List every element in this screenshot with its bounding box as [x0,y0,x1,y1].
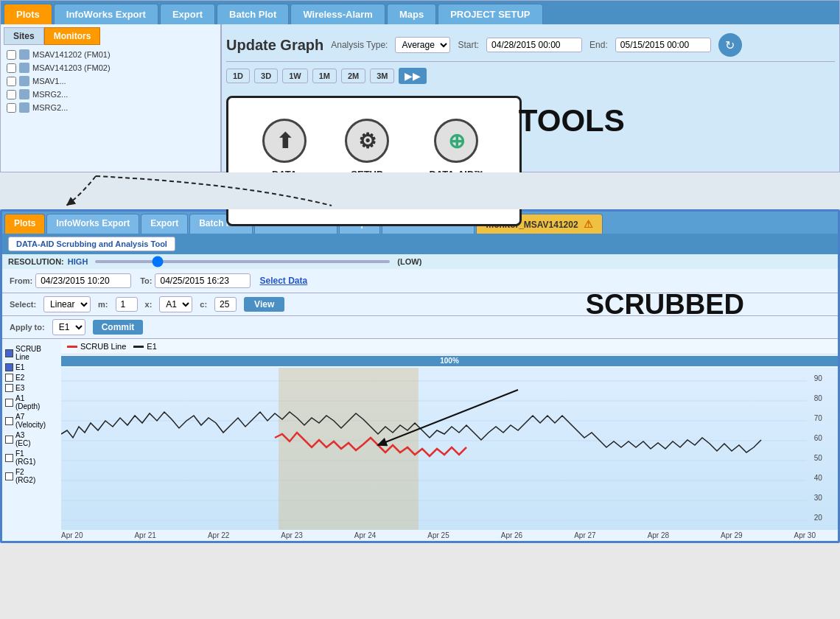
commit-button[interactable]: Commit [93,320,144,335]
e3-checkbox[interactable] [5,384,13,392]
list-item[interactable]: MSRG2... [4,88,217,101]
e2-checkbox[interactable] [5,374,13,382]
legend-f2-label: F2(RG2) [15,468,35,484]
start-date-input[interactable] [486,38,582,52]
time-btn-1w[interactable]: 1W [282,69,308,83]
legend-a3[interactable]: A3(EC) [5,431,58,447]
site-icon [19,49,29,60]
site-name: MSAV141203 (FM02) [32,63,111,72]
series-scrub: SCRUB Line [67,342,126,351]
site-checkbox[interactable] [7,63,16,73]
view-button[interactable]: View [244,297,284,312]
site-checkbox[interactable] [7,50,16,60]
legend-a1-label: A1(Depth) [15,394,40,410]
tab-maps[interactable]: Maps [387,4,436,24]
tab-projectsetup[interactable]: PROJECT SETUP [438,4,542,24]
resolution-slider[interactable] [95,260,390,263]
update-graph-bar: Update Graph Analysis Type: Average Star… [226,29,835,62]
analysis-type-select[interactable]: Average [395,37,450,53]
a1-checkbox[interactable] [5,399,13,407]
tab-wireless[interactable]: Wireless-Alarm [290,4,385,24]
tab-sites[interactable]: Sites [4,27,44,45]
m-input[interactable] [116,297,138,312]
site-name: MSAV1... [32,77,66,85]
legend-e3-label: E3 [15,384,24,392]
progress-label: 100% [440,356,459,366]
top-content: Sites Monitors MSAV141202 (FM01) MSAV141… [1,24,839,172]
time-btn-3d[interactable]: 3D [254,69,278,83]
c-input[interactable] [214,297,237,312]
tab-plots[interactable]: Plots [4,4,52,24]
legend-e1[interactable]: E1 [5,363,58,371]
x-label-5: Apr 25 [427,531,449,539]
site-checkbox[interactable] [7,77,16,86]
list-item[interactable]: MSAV141203 (FM02) [4,61,217,74]
list-item[interactable]: MSRG2... [4,101,217,114]
site-checkbox[interactable] [7,90,16,99]
select-row: Select: Linear m: x: A1 c: View SCRUBBED [2,293,838,316]
legend-f2[interactable]: F2(RG2) [5,468,58,484]
start-label: Start: [458,40,479,50]
tab-batchplot[interactable]: Batch Plot [217,4,289,24]
to-date-input[interactable] [155,273,251,288]
x-label: x: [145,300,153,309]
tab-export[interactable]: Export [160,4,215,24]
time-btn-3m[interactable]: 3M [370,69,394,83]
to-group: To: [140,273,251,288]
legend-f1-label: F1(RG1) [15,450,35,466]
apply-to-label: Apply to: [10,323,45,332]
legend-e2[interactable]: E2 [5,374,58,382]
c-label: c: [200,300,207,309]
apply-to-select[interactable]: E1 [52,319,85,335]
legend-a1[interactable]: A1(Depth) [5,394,58,410]
site-icon [19,63,29,73]
scrub-series-label: SCRUB Line [80,342,126,351]
legend-a7-label: A7(Velocity) [15,413,46,429]
legend-a7[interactable]: A7(Velocity) [5,413,58,429]
top-panel: Plots InfoWorks Export Export Batch Plot… [0,0,840,172]
chart-container[interactable]: 90 80 70 60 50 40 30 20 [61,368,838,541]
forward-arrow-btn[interactable]: ▶▶ [399,68,427,84]
site-icon [19,102,29,113]
time-btn-1d[interactable]: 1D [226,69,250,83]
x-label-1: Apr 21 [134,531,155,539]
tab-monitors[interactable]: Monitors [44,27,101,45]
from-date-input[interactable] [35,273,131,288]
e1-checkbox[interactable] [5,363,13,371]
f1-checkbox[interactable] [5,454,13,462]
site-list: MSAV141202 (FM01) MSAV141203 (FM02) MSAV… [4,48,217,114]
data-aid-tool-btn[interactable]: DATA-AID Scrubbing and Analysis Tool [8,237,175,251]
dashed-arrow-svg [22,172,464,209]
refresh-button[interactable]: ↻ [718,33,742,57]
svg-text:70: 70 [814,414,823,422]
legend-e3[interactable]: E3 [5,384,58,392]
bottom-tab-export[interactable]: Export [141,214,188,234]
legend-scrub[interactable]: SCRUBLine [5,345,58,361]
a7-checkbox[interactable] [5,417,13,425]
time-btn-2m[interactable]: 2M [341,69,365,83]
select-data-label[interactable]: Select Data [259,276,307,286]
time-nav: 1D 3D 1W 1M 2M 3M ▶▶ [226,62,835,90]
analysis-label: Analysis Type: [331,40,388,50]
list-item[interactable]: MSAV1... [4,74,217,88]
f2-checkbox[interactable] [5,472,13,480]
x-select[interactable]: A1 [159,296,192,312]
interpolation-select[interactable]: Linear [43,296,91,312]
list-item[interactable]: MSAV141202 (FM01) [4,48,217,61]
legend-e1-label: E1 [15,363,24,371]
time-btn-1m[interactable]: 1M [312,69,337,83]
legend-f1[interactable]: F1(RG1) [5,450,58,466]
gear-icon: ⚙ [345,119,389,163]
m-label: m: [98,300,108,309]
a3-checkbox[interactable] [5,436,13,444]
chart-main: SCRUB Line E1 100% 90 80 70 60 [61,339,838,541]
site-icon [19,76,29,86]
site-checkbox[interactable] [7,103,16,113]
bottom-tab-infoworks[interactable]: InfoWorks Export [46,214,139,234]
scrub-checkbox[interactable] [5,349,13,357]
tab-infoworks[interactable]: InfoWorks Export [54,4,158,24]
x-label-4: Apr 24 [354,531,376,539]
end-date-input[interactable] [615,38,711,52]
bottom-tab-plots[interactable]: Plots [4,214,45,234]
legend-scrub-label: SCRUBLine [15,345,41,361]
